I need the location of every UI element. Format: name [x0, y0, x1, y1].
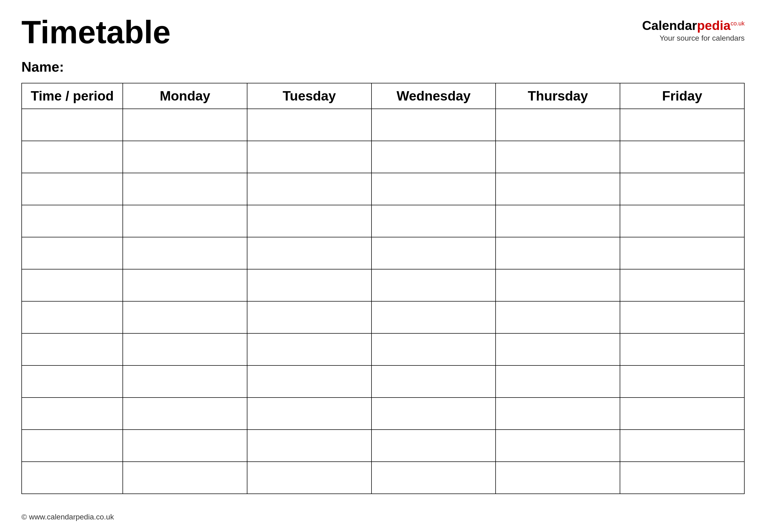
cell-monday[interactable] [123, 269, 247, 301]
cell-monday[interactable] [123, 173, 247, 205]
table-row [22, 430, 744, 462]
cell-wednesday[interactable] [371, 269, 496, 301]
page: Timetable Calendarpediaco.uk Your source… [0, 0, 766, 532]
cell-time[interactable] [22, 430, 123, 462]
header-wednesday: Wednesday [371, 83, 496, 109]
cell-tuesday[interactable] [247, 141, 371, 173]
cell-friday[interactable] [620, 109, 744, 141]
cell-wednesday[interactable] [371, 398, 496, 430]
cell-tuesday[interactable] [247, 173, 371, 205]
cell-monday[interactable] [123, 398, 247, 430]
footer-url: © www.calendarpedia.co.uk [21, 513, 114, 521]
cell-wednesday[interactable] [371, 141, 496, 173]
cell-time[interactable] [22, 462, 123, 494]
cell-time[interactable] [22, 141, 123, 173]
cell-tuesday[interactable] [247, 462, 371, 494]
cell-friday[interactable] [620, 269, 744, 301]
table-row [22, 365, 744, 398]
cell-monday[interactable] [123, 205, 247, 237]
cell-friday[interactable] [620, 301, 744, 333]
cell-monday[interactable] [123, 365, 247, 398]
cell-monday[interactable] [123, 301, 247, 333]
cell-tuesday[interactable] [247, 301, 371, 333]
cell-friday[interactable] [620, 173, 744, 205]
logo-co: co.uk [730, 20, 745, 27]
cell-thursday[interactable] [496, 205, 620, 237]
cell-time[interactable] [22, 333, 123, 365]
logo-tagline: Your source for calendars [660, 34, 745, 43]
cell-tuesday[interactable] [247, 269, 371, 301]
cell-thursday[interactable] [496, 301, 620, 333]
cell-tuesday[interactable] [247, 333, 371, 365]
cell-monday[interactable] [123, 237, 247, 269]
table-row [22, 205, 744, 237]
cell-monday[interactable] [123, 462, 247, 494]
cell-monday[interactable] [123, 430, 247, 462]
cell-thursday[interactable] [496, 365, 620, 398]
cell-friday[interactable] [620, 205, 744, 237]
logo-container: Calendarpediaco.uk Your source for calen… [642, 16, 745, 43]
table-row [22, 141, 744, 173]
cell-wednesday[interactable] [371, 430, 496, 462]
cell-friday[interactable] [620, 237, 744, 269]
name-label: Name: [21, 59, 64, 75]
table-row [22, 269, 744, 301]
cell-friday[interactable] [620, 141, 744, 173]
table-header-row: Time / period Monday Tuesday Wednesday T… [22, 83, 744, 109]
cell-monday[interactable] [123, 109, 247, 141]
cell-thursday[interactable] [496, 109, 620, 141]
cell-time[interactable] [22, 237, 123, 269]
cell-thursday[interactable] [496, 462, 620, 494]
logo-pedia: pedia [697, 18, 730, 33]
cell-friday[interactable] [620, 430, 744, 462]
cell-thursday[interactable] [496, 269, 620, 301]
cell-time[interactable] [22, 365, 123, 398]
cell-wednesday[interactable] [371, 109, 496, 141]
cell-wednesday[interactable] [371, 365, 496, 398]
table-row [22, 333, 744, 365]
cell-time[interactable] [22, 205, 123, 237]
cell-wednesday[interactable] [371, 333, 496, 365]
table-row [22, 237, 744, 269]
header-time: Time / period [22, 83, 123, 109]
cell-thursday[interactable] [496, 173, 620, 205]
cell-wednesday[interactable] [371, 237, 496, 269]
cell-tuesday[interactable] [247, 430, 371, 462]
logo-calendar: Calendar [642, 18, 697, 33]
cell-tuesday[interactable] [247, 237, 371, 269]
header-monday: Monday [123, 83, 247, 109]
cell-wednesday[interactable] [371, 173, 496, 205]
cell-time[interactable] [22, 269, 123, 301]
footer: © www.calendarpedia.co.uk [21, 513, 114, 521]
cell-thursday[interactable] [496, 237, 620, 269]
cell-thursday[interactable] [496, 141, 620, 173]
cell-time[interactable] [22, 109, 123, 141]
table-row [22, 173, 744, 205]
cell-tuesday[interactable] [247, 398, 371, 430]
cell-thursday[interactable] [496, 333, 620, 365]
table-row [22, 398, 744, 430]
cell-time[interactable] [22, 301, 123, 333]
header-tuesday: Tuesday [247, 83, 371, 109]
cell-friday[interactable] [620, 398, 744, 430]
cell-wednesday[interactable] [371, 205, 496, 237]
cell-tuesday[interactable] [247, 109, 371, 141]
cell-monday[interactable] [123, 141, 247, 173]
cell-friday[interactable] [620, 333, 744, 365]
cell-monday[interactable] [123, 333, 247, 365]
cell-wednesday[interactable] [371, 462, 496, 494]
cell-thursday[interactable] [496, 430, 620, 462]
cell-time[interactable] [22, 173, 123, 205]
table-row [22, 301, 744, 333]
header-row: Timetable Calendarpediaco.uk Your source… [21, 16, 745, 48]
cell-tuesday[interactable] [247, 365, 371, 398]
cell-wednesday[interactable] [371, 301, 496, 333]
name-row: Name: [21, 59, 745, 75]
cell-thursday[interactable] [496, 398, 620, 430]
header-thursday: Thursday [496, 83, 620, 109]
cell-time[interactable] [22, 398, 123, 430]
cell-friday[interactable] [620, 462, 744, 494]
cell-tuesday[interactable] [247, 205, 371, 237]
table-row [22, 462, 744, 494]
cell-friday[interactable] [620, 365, 744, 398]
